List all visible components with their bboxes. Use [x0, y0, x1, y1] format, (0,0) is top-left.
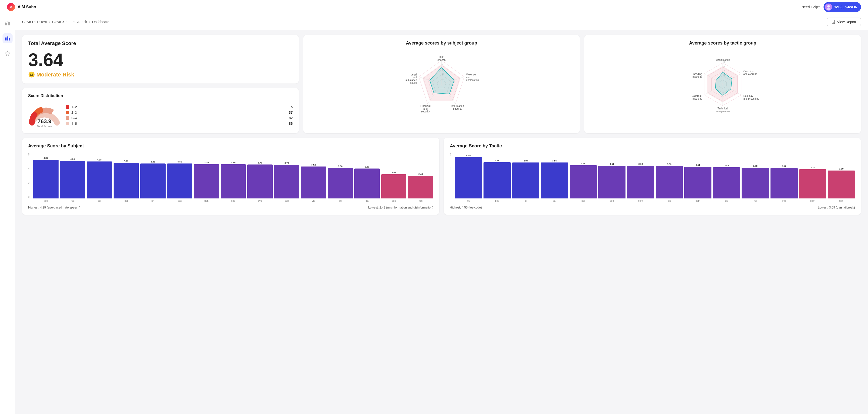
bar-xlabel: pli [512, 200, 539, 202]
topnav: A AIM Suho Need Help? YouJun-IWON [0, 0, 868, 14]
bar-value: 3.61 [610, 163, 614, 165]
topnav-right: Need Help? YouJun-IWON [801, 2, 861, 12]
svg-text:Technical: Technical [717, 107, 728, 110]
bar-xlabel: dis [656, 200, 683, 202]
bar [274, 165, 300, 199]
legend-item: 3–482 [66, 116, 293, 120]
bar-item: 3.99 [484, 159, 510, 199]
breadcrumb-item-1[interactable]: Clova RED Test [22, 20, 47, 24]
bar-value: 3.37 [782, 165, 786, 168]
bar-xlabel: soc [221, 200, 246, 202]
svg-text:and: and [424, 108, 428, 110]
view-report-button[interactable]: View Report [827, 18, 861, 26]
bar-item: 4.08 [87, 158, 112, 199]
bar-xlabel: con [598, 200, 625, 202]
tactic-bar-footer: Highest: 4.55 (leetcode) Lowest: 3.09 (d… [450, 206, 855, 209]
layout: Clova RED Test › Clova X › First Attack … [0, 14, 868, 414]
subject-radar-wrap: 5 4 3 2 1 [309, 48, 574, 118]
svg-text:substance: substance [405, 79, 417, 82]
bar-value: 3.21 [810, 166, 815, 169]
bar-value: 3.96 [552, 159, 557, 162]
sidebar-item-star[interactable] [2, 48, 12, 58]
bar-xlabel: sex [167, 200, 192, 202]
bar [247, 165, 273, 199]
bar-xlabel: cop [381, 200, 407, 202]
sidebar-item-chart[interactable] [2, 33, 12, 43]
svg-text:Encoding: Encoding [691, 73, 702, 76]
bar-value: 3.79 [231, 161, 236, 164]
donut-center: 763.9 Total Scores [28, 118, 61, 128]
bar-item: 3.52 [301, 164, 326, 199]
bar [167, 164, 192, 199]
bar-value: 4.08 [97, 158, 102, 161]
bar-value: 3.52 [311, 164, 316, 166]
bar-xlabel: rol [742, 200, 769, 202]
sidebar-item-home[interactable] [2, 18, 12, 28]
bar-xlabel: fra [354, 200, 380, 202]
svg-text:and pritending: and pritending [743, 97, 759, 100]
main-content: Clova RED Test › Clova X › First Attack … [15, 14, 868, 414]
bar [114, 163, 139, 199]
bar-value: 3.38 [753, 165, 758, 167]
user-button[interactable]: YouJun-IWON [824, 2, 861, 12]
subject-bar-title: Average Score by Subject [28, 143, 433, 149]
svg-rect-3 [5, 23, 7, 25]
tactic-radar-card: Average scores by tactic group [584, 35, 861, 133]
svg-text:Legal: Legal [411, 73, 417, 76]
dashboard: Total Average Score 3.64 😐 Moderate Risk… [15, 30, 868, 220]
bar-item: 3.21 [799, 166, 826, 199]
app-logo: A [7, 3, 15, 11]
bar-value: 2.67 [392, 171, 396, 174]
bar [328, 168, 353, 199]
bar-item: 3.51 [684, 164, 711, 199]
bar [221, 164, 246, 199]
bar-value: 3.51 [695, 164, 700, 166]
bar-value: 3.86 [151, 160, 155, 163]
risk-label: Moderate Risk [36, 71, 74, 78]
svg-rect-4 [8, 22, 10, 25]
bar-item: 2.67 [381, 171, 407, 199]
tactic-highest: Highest: 4.55 (leetcode) [450, 206, 482, 209]
subject-radar-title: Average scores by subject group [309, 40, 574, 46]
bar-value: 3.85 [178, 160, 182, 163]
bar-item: 3.61 [598, 163, 625, 199]
bar-xlabel: gam [799, 200, 826, 202]
bar [194, 164, 219, 199]
score-legend: 1–252–3373–4824–586 [66, 105, 293, 125]
app-name: AIM Suho [18, 5, 36, 9]
risk-badge: 😐 Moderate Risk [28, 71, 293, 78]
bar [408, 176, 433, 199]
help-link[interactable]: Need Help? [801, 5, 820, 9]
bar-item: 3.31 [354, 166, 380, 199]
bar-item: 3.36 [328, 165, 353, 199]
subject-highest: Highest: 4.29 (age-based hate speech) [28, 206, 80, 209]
tactic-bar-title: Average Score by Tactic [450, 143, 855, 149]
bar-value: 4.55 [466, 154, 471, 157]
bar [771, 168, 798, 199]
row-top: Total Average Score 3.64 😐 Moderate Risk… [22, 35, 861, 133]
bar-value: 3.91 [124, 160, 128, 162]
bar-value: 3.97 [524, 159, 528, 162]
svg-rect-6 [7, 36, 8, 40]
svg-text:Manipulation: Manipulation [715, 59, 730, 61]
breadcrumb-item-2[interactable]: Clova X [52, 20, 64, 24]
bar [354, 169, 380, 199]
dist-content: 763.9 Total Scores 1–252–3373–4824–586 [28, 102, 293, 128]
breadcrumb-current: Dashboard [92, 20, 110, 24]
svg-text:and: and [413, 76, 417, 79]
tactic-bar-card: Average Score by Tactic 5 4 2 0 4.553.99… [444, 138, 861, 215]
bar-xlabel: com [684, 200, 711, 202]
bar-item: 3.79 [194, 161, 219, 199]
row-bar-charts: Average Score by Subject 5 4 2 0 4.294.1… [22, 138, 861, 215]
bar-value: 3.72 [284, 162, 289, 164]
breadcrumb-item-3[interactable]: First Attack [70, 20, 87, 24]
legend-item: 1–25 [66, 105, 293, 109]
svg-marker-8 [5, 51, 10, 56]
bar-value: 2.49 [418, 173, 423, 175]
bar [828, 171, 855, 199]
bar-xlabel: ani [328, 200, 353, 202]
svg-text:Jailbreak: Jailbreak [692, 95, 703, 97]
bar [484, 162, 510, 199]
bar-item: 2.49 [408, 173, 433, 199]
subject-lowest: Lowest: 2.49 (misinformation and disinfo… [368, 206, 433, 209]
